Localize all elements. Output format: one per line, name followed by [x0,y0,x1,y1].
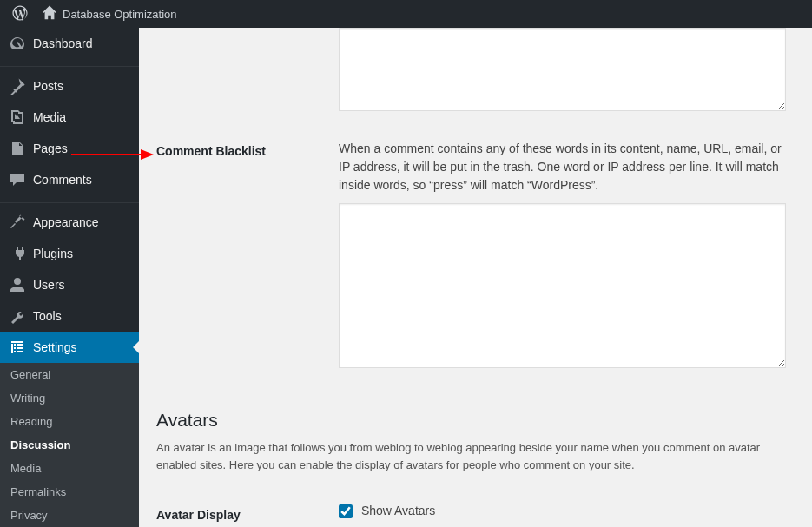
sidebar-item-settings[interactable]: Settings [0,332,139,363]
sidebar-item-posts[interactable]: Posts [0,70,139,102]
sidebar-label: Tools [33,309,62,323]
sidebar-label: Appearance [33,215,99,229]
avatars-heading: Avatars [156,410,795,431]
dashboard-icon [9,35,26,52]
sidebar-label: Pages [33,142,68,155]
menu-separator [0,63,139,67]
submenu-item-permalinks[interactable]: Permalinks [0,480,139,504]
content-area: Comment Blacklist When a comment contain… [139,28,812,527]
submenu-item-media[interactable]: Media [0,457,139,480]
avatar-display-label: Avatar Display [156,508,241,522]
sidebar-item-users[interactable]: Users [0,269,139,300]
row-avatar-display: Avatar Display Show Avatars [156,491,795,527]
sidebar-label: Media [33,110,66,124]
submenu-item-general[interactable]: General [0,363,139,386]
comment-blacklist-description: When a comment contains any of these wor… [339,140,786,194]
avatars-form-table: Avatar Display Show Avatars [156,491,795,527]
pages-icon [9,140,26,157]
media-icon [9,109,26,126]
comments-icon [9,171,26,188]
sidebar-label: Plugins [33,247,73,260]
plugins-icon [9,245,26,262]
adminbar-wp-logo[interactable] [5,0,35,28]
appearance-icon [9,214,26,231]
sidebar-item-comments[interactable]: Comments [0,164,139,195]
comment-moderation-textarea[interactable] [339,28,786,111]
wordpress-icon [12,5,28,23]
comment-blacklist-textarea[interactable] [339,203,786,368]
menu-separator [0,199,139,203]
sidebar-label: Settings [33,340,77,354]
pin-icon [9,77,26,95]
sidebar-item-appearance[interactable]: Appearance [0,207,139,238]
sidebar-item-plugins[interactable]: Plugins [0,238,139,269]
submenu-item-reading[interactable]: Reading [0,410,139,433]
users-icon [9,276,26,293]
show-avatars-label: Show Avatars [361,504,435,517]
home-icon [42,5,57,23]
tools-icon [9,307,26,325]
adminbar-site-title: Database Optimization [63,8,177,21]
show-avatars-option[interactable]: Show Avatars [339,504,435,517]
sidebar-label: Posts [33,79,63,93]
sidebar-item-pages[interactable]: Pages [0,133,139,164]
row-comment-blacklist: Comment Blacklist When a comment contain… [156,127,795,384]
sidebar-item-tools[interactable]: Tools [0,300,139,332]
sidebar-label: Dashboard [33,36,93,50]
settings-form-table: Comment Blacklist When a comment contain… [156,28,795,384]
submenu-item-privacy[interactable]: Privacy [0,504,139,527]
submenu-item-writing[interactable]: Writing [0,386,139,410]
sidebar-label: Users [33,278,65,292]
show-avatars-checkbox[interactable] [339,504,353,518]
sidebar-item-media[interactable]: Media [0,102,139,133]
adminbar-site-link[interactable]: Database Optimization [35,0,184,28]
avatars-description: An avatar is an image that follows you f… [156,439,782,473]
settings-submenu: General Writing Reading Discussion Media… [0,363,139,527]
sidebar-item-dashboard[interactable]: Dashboard [0,28,139,59]
submenu-item-discussion[interactable]: Discussion [0,433,139,457]
comment-blacklist-label: Comment Blacklist [156,144,266,158]
settings-icon [9,339,26,356]
admin-bar: Database Optimization [0,0,812,28]
sidebar-label: Comments [33,173,92,187]
row-comment-moderation-tail [156,28,795,127]
admin-sidebar: Dashboard Posts Media Pages Comments App… [0,28,139,527]
